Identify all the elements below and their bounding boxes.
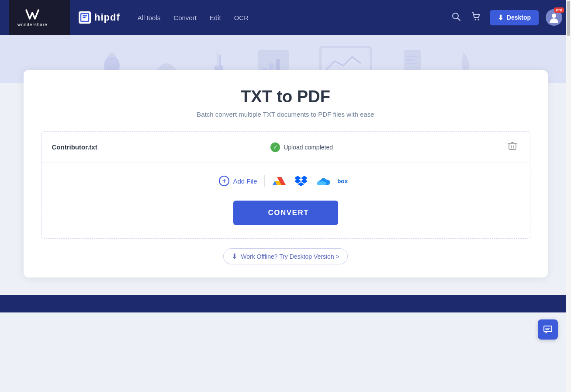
file-name: Contributor.txt <box>52 143 97 151</box>
avatar-wrap: Pro <box>546 9 562 26</box>
desktop-version-text: Work Offline? Try Desktop Version > <box>241 253 339 260</box>
svg-rect-2 <box>83 17 86 18</box>
nav-all-tools[interactable]: All tools <box>138 12 161 24</box>
file-status: ✓ Upload completed <box>270 142 333 152</box>
desktop-version-link[interactable]: ⬇ Work Offline? Try Desktop Version > <box>223 248 348 264</box>
google-drive-icon <box>273 175 286 187</box>
svg-point-7 <box>552 14 556 18</box>
message-icon <box>543 325 553 334</box>
convert-wrap: CONVERT <box>42 201 530 225</box>
svg-rect-1 <box>83 15 87 17</box>
ws-logo-icon <box>24 8 40 21</box>
desktop-icon: ⬇ <box>498 14 503 22</box>
svg-rect-24 <box>406 59 415 61</box>
nav-edit[interactable]: Edit <box>210 12 221 24</box>
page-title: TXT to PDF <box>41 87 530 106</box>
footer-link-wrap: ⬇ Work Offline? Try Desktop Version > <box>41 248 530 264</box>
desktop-button-label: Desktop <box>507 14 531 21</box>
onedrive-button[interactable] <box>315 173 330 188</box>
svg-point-6 <box>478 19 479 20</box>
scrollbar[interactable] <box>566 0 571 392</box>
dropbox-button[interactable] <box>294 173 308 188</box>
add-file-row: + Add File <box>42 163 530 193</box>
status-check-icon: ✓ <box>270 142 280 152</box>
scrollbar-thumb[interactable] <box>567 1 570 36</box>
avatar-icon <box>548 11 560 24</box>
file-area: Contributor.txt ✓ Upload completed <box>41 131 530 239</box>
cart-button[interactable] <box>470 10 483 25</box>
nav-convert[interactable]: Convert <box>173 12 197 24</box>
page-subtitle: Batch convert multiple TXT documents to … <box>41 111 530 118</box>
box-icon: box <box>337 176 352 186</box>
file-row: Contributor.txt ✓ Upload completed <box>42 132 530 163</box>
dropbox-icon <box>294 175 308 187</box>
delete-file-button[interactable] <box>506 139 519 155</box>
add-file-circle-icon: + <box>219 176 229 186</box>
svg-rect-23 <box>406 56 418 57</box>
svg-rect-13 <box>217 52 218 68</box>
box-button[interactable]: box <box>337 173 352 188</box>
trash-icon <box>508 141 517 151</box>
navbar: wondershare hipdf All tools Convert Edit… <box>0 0 571 35</box>
main-content: TXT to PDF Batch convert multiple TXT do… <box>0 83 571 295</box>
convert-button[interactable]: CONVERT <box>233 201 338 225</box>
ws-logo-text: wondershare <box>17 22 48 27</box>
svg-line-4 <box>457 18 460 21</box>
nav-links: All tools Convert Edit OCR <box>138 12 450 24</box>
search-icon <box>451 12 461 21</box>
desktop-button[interactable]: ⬇ Desktop <box>490 10 539 25</box>
nav-actions: ⬇ Desktop Pro <box>450 9 562 26</box>
hipdf-brand: hipdf <box>70 11 129 24</box>
add-file-button[interactable]: + Add File <box>219 176 257 186</box>
search-button[interactable] <box>450 10 463 25</box>
floating-message-button[interactable] <box>538 319 558 340</box>
svg-rect-25 <box>406 63 417 64</box>
hipdf-logo-svg <box>80 13 90 22</box>
upload-status-text: Upload completed <box>284 144 333 151</box>
svg-point-5 <box>474 19 476 20</box>
svg-marker-41 <box>298 182 304 186</box>
divider <box>264 175 265 187</box>
hipdf-logo-icon <box>79 11 91 24</box>
bottom-bar <box>0 295 571 312</box>
svg-text:box: box <box>337 178 348 184</box>
wondershare-logo: wondershare <box>17 8 48 27</box>
add-file-label: Add File <box>233 177 257 185</box>
download-icon: ⬇ <box>232 252 237 260</box>
nav-ocr[interactable]: OCR <box>234 12 249 24</box>
svg-rect-27 <box>509 144 516 149</box>
onedrive-icon <box>315 176 330 186</box>
brand-logo: wondershare <box>9 0 70 35</box>
svg-rect-14 <box>219 55 221 68</box>
google-drive-button[interactable] <box>272 173 287 188</box>
cart-icon <box>471 12 481 21</box>
pro-badge: Pro <box>554 7 564 13</box>
svg-rect-43 <box>544 326 552 332</box>
hipdf-name: hipdf <box>94 12 120 23</box>
main-card: TXT to PDF Batch convert multiple TXT do… <box>24 70 548 278</box>
